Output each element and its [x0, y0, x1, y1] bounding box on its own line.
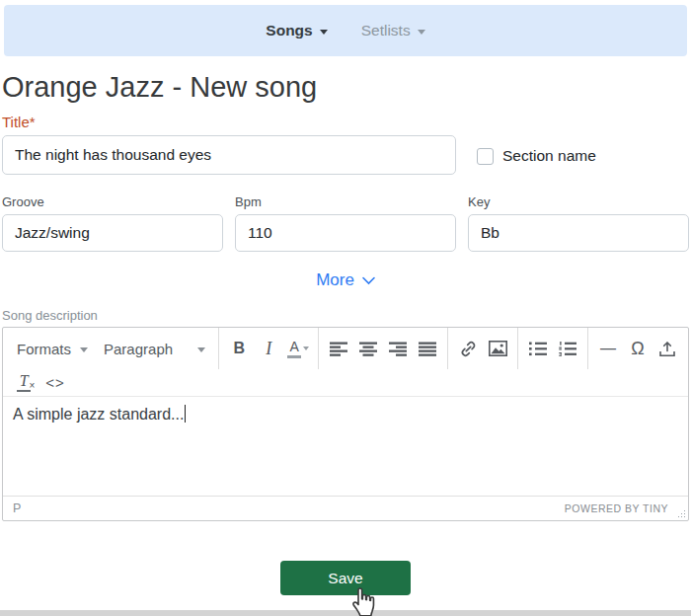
required-asterisk: *: [30, 114, 36, 130]
align-center-button[interactable]: [353, 334, 383, 363]
align-center-icon: [359, 342, 377, 356]
text-color-button[interactable]: A: [283, 334, 313, 363]
bold-button[interactable]: B: [224, 334, 254, 363]
key-field-group: Key: [468, 194, 689, 252]
top-navbar: Songs Setlists: [4, 5, 687, 56]
editor-text: A simple jazz standard...: [13, 406, 184, 423]
groove-field-group: Groove: [2, 194, 223, 252]
more-label: More: [316, 270, 354, 290]
text-color-bar: [287, 355, 301, 358]
numbered-list-button[interactable]: [553, 334, 582, 363]
bullet-list-icon: [529, 342, 547, 356]
text-color-icon: A: [287, 340, 301, 358]
editor-toolbar-row-1: Formats Paragraph B I A: [3, 328, 688, 369]
paragraph-label: Paragraph: [104, 341, 173, 357]
nav-songs-label: Songs: [266, 22, 312, 39]
key-label: Key: [468, 194, 689, 209]
bullet-list-button[interactable]: [523, 334, 553, 363]
attributes-row: Groove Bpm Key: [2, 194, 689, 252]
song-description-label: Song description: [2, 308, 689, 323]
toolbar-separator: [447, 328, 448, 369]
title-row: Title* Section name: [2, 114, 689, 175]
save-row: Save: [2, 561, 689, 595]
rich-text-editor: Formats Paragraph B I A: [2, 327, 689, 521]
image-icon: [489, 341, 507, 356]
nav-item-setlists[interactable]: Setlists: [361, 22, 425, 39]
title-field-group: Title*: [2, 114, 456, 175]
key-input[interactable]: [468, 214, 689, 252]
bpm-input[interactable]: [235, 214, 456, 252]
section-name-label: Section name: [502, 147, 596, 165]
chevron-down-icon: [197, 347, 205, 352]
section-name-checkbox[interactable]: [477, 148, 494, 165]
align-right-button[interactable]: [383, 334, 413, 363]
source-code-icon: <>: [45, 374, 65, 391]
nav-item-songs[interactable]: Songs: [266, 22, 327, 39]
song-form: Orange Jazz - New song Title* Section na…: [2, 65, 689, 595]
resize-handle[interactable]: [676, 508, 686, 518]
more-row: More: [2, 270, 689, 296]
source-code-button[interactable]: <>: [40, 368, 70, 398]
upload-button[interactable]: [653, 334, 682, 363]
nav-setlists-label: Setlists: [361, 22, 411, 39]
bottom-edge-strip: [0, 610, 691, 616]
editor-statusbar: P POWERED BY TINY: [3, 496, 688, 520]
toolbar-separator: [587, 328, 588, 369]
link-icon: [459, 340, 478, 358]
numbered-list-icon: [559, 342, 576, 356]
special-character-button[interactable]: Ω: [623, 334, 653, 363]
toolbar-separator: [517, 328, 518, 369]
upload-icon: [658, 341, 676, 357]
text-cursor: [185, 405, 186, 423]
toolbar-separator: [218, 328, 219, 369]
align-left-button[interactable]: [324, 334, 353, 363]
page-title: Orange Jazz - New song: [2, 71, 689, 104]
remove-format-icon: T ×: [17, 373, 36, 392]
formats-label: Formats: [17, 341, 71, 357]
text-color-letter: A: [289, 340, 300, 353]
paragraph-format-dropdown[interactable]: Paragraph: [96, 334, 213, 363]
italic-button[interactable]: I: [254, 334, 283, 363]
special-character-icon: Ω: [631, 339, 644, 359]
toolbar-separator: [318, 328, 319, 369]
insert-image-button[interactable]: [483, 334, 512, 363]
horizontal-rule-button[interactable]: —: [593, 334, 623, 363]
align-justify-button[interactable]: [413, 334, 442, 363]
element-path[interactable]: P: [13, 501, 21, 515]
remove-format-button[interactable]: T ×: [11, 368, 40, 398]
more-toggle[interactable]: More: [316, 270, 375, 290]
align-justify-icon: [419, 342, 436, 356]
bpm-field-group: Bpm: [235, 194, 456, 252]
editor-content-area[interactable]: A simple jazz standard...: [3, 397, 688, 496]
horizontal-rule-icon: —: [600, 340, 616, 357]
editor-toolbar-row-2: T × <>: [3, 369, 688, 397]
chevron-down-icon: [418, 30, 425, 35]
align-left-icon: [330, 342, 347, 356]
bpm-label: Bpm: [235, 194, 456, 209]
insert-link-button[interactable]: [453, 334, 483, 363]
title-label-text: Title: [2, 114, 30, 130]
groove-input[interactable]: [2, 214, 223, 252]
title-input[interactable]: [2, 135, 456, 175]
section-name-group: Section name: [477, 147, 596, 165]
title-label: Title*: [2, 114, 456, 130]
save-button[interactable]: Save: [280, 561, 411, 595]
chevron-down-icon: [320, 30, 328, 35]
formats-dropdown[interactable]: Formats: [9, 334, 96, 363]
chevron-down-icon: [303, 346, 309, 350]
align-right-icon: [389, 342, 407, 356]
powered-by-tiny-link[interactable]: POWERED BY TINY: [565, 502, 668, 514]
groove-label: Groove: [2, 194, 223, 209]
chevron-down-icon: [362, 276, 375, 285]
chevron-down-icon: [80, 347, 88, 352]
